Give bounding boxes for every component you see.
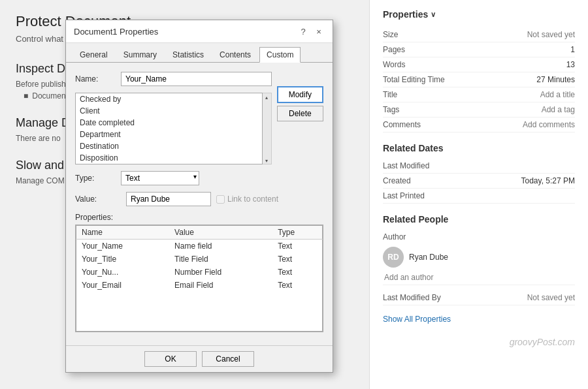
value-label: Value: [75, 194, 121, 204]
comments-value: Add comments [523, 120, 575, 129]
dialog-footer: OK Cancel [66, 345, 333, 372]
related-dates-header: Related Dates [383, 143, 575, 153]
watermark: groovyPost.com [383, 337, 575, 347]
pages-label: Pages [383, 45, 455, 54]
tab-statistics[interactable]: Statistics [165, 47, 211, 62]
listbox-scrollbar[interactable]: ▴ ▾ [263, 93, 272, 164]
type-select[interactable]: Text Date Number Yes or No [121, 171, 199, 185]
row-type: Text [272, 279, 322, 292]
tab-summary[interactable]: Summary [116, 47, 164, 62]
pages-value: 1 [570, 45, 575, 54]
created-value: Today, 5:27 PM [521, 176, 576, 185]
table-row-empty [76, 292, 323, 331]
show-all-properties-link[interactable]: Show All Properties [383, 315, 575, 324]
link-to-content-checkbox[interactable] [216, 195, 225, 204]
name-section: Name: Checked by Client Date completed D… [75, 72, 323, 164]
properties-dialog: Document1 Properties ? × General Summary… [65, 20, 333, 373]
tab-contents[interactable]: Contents [212, 47, 258, 62]
last-modified-label: Last Modified [383, 161, 455, 170]
type-select-wrapper: Text Date Number Yes or No [121, 171, 199, 185]
link-to-content-label: Link to content [216, 194, 278, 204]
name-listbox[interactable]: Checked by Client Date completed Departm… [75, 93, 263, 164]
author-row: RD Ryan Dube [383, 247, 448, 268]
delete-button[interactable]: Delete [277, 106, 323, 121]
last-printed-label: Last Printed [383, 191, 455, 200]
tab-general[interactable]: General [73, 47, 115, 62]
props-table-container: Name Value Type Your_Name Name field Tex… [75, 225, 323, 332]
prop-last-printed: Last Printed [383, 189, 575, 204]
prop-comments[interactable]: Comments Add comments [383, 117, 575, 132]
row-value: Email Field [169, 279, 272, 292]
prop-title[interactable]: Title Add a title [383, 87, 575, 102]
related-dates-rows: Last Modified Created Today, 5:27 PM Las… [383, 159, 575, 204]
row-value: Number Field [169, 266, 272, 279]
add-author-link[interactable]: Add an author [384, 273, 433, 282]
tab-custom[interactable]: Custom [259, 47, 301, 63]
dialog-close-button[interactable]: × [313, 25, 325, 37]
table-row[interactable]: Your_Nu... Number Field Text [76, 266, 323, 279]
list-item[interactable]: Disposition [76, 152, 262, 164]
row-name: Your_Title [76, 253, 170, 266]
dialog-help-button[interactable]: ? [297, 25, 309, 37]
prop-tags[interactable]: Tags Add a tag [383, 102, 575, 117]
row-type: Text [272, 240, 322, 253]
prop-created: Created Today, 5:27 PM [383, 174, 575, 189]
related-people-header: Related People [383, 214, 575, 225]
col-value-header: Value [169, 226, 272, 240]
prop-last-modified-by: Last Modified By Not saved yet [383, 290, 575, 305]
right-panel: Properties ∨ Size Not saved yet Pages 1 … [369, 0, 588, 389]
size-label: Size [383, 30, 455, 39]
author-name: Ryan Dube [409, 253, 448, 262]
name-field-row: Name: [75, 72, 272, 86]
listbox-wrapper: Checked by Client Date completed Departm… [75, 93, 272, 164]
editing-time-value: 27 Minutes [536, 75, 575, 84]
title-value: Add a title [540, 90, 575, 99]
author-label: Author [383, 232, 455, 241]
props-table-section: Properties: Name Value Type Your [75, 213, 323, 332]
properties-panel-header: Properties ∨ [383, 9, 575, 20]
list-item[interactable]: Destination [76, 140, 262, 152]
table-row[interactable]: Your_Title Title Field Text [76, 253, 323, 266]
row-type: Text [272, 253, 322, 266]
list-item[interactable]: Department [76, 129, 262, 140]
value-field-row: Value: Link to content [75, 192, 323, 206]
table-row[interactable]: Your_Name Name field Text [76, 240, 323, 253]
properties-table: Name Value Type Your_Name Name field Tex… [76, 225, 323, 332]
last-modified-by-value: Not saved yet [527, 293, 575, 302]
name-left: Name: Checked by Client Date completed D… [75, 72, 272, 164]
properties-label: Properties: [75, 213, 323, 222]
prop-author: Author RD Ryan Dube Add an author [383, 230, 575, 285]
cancel-button[interactable]: Cancel [202, 351, 254, 367]
name-label: Name: [75, 74, 121, 84]
prop-words: Words 13 [383, 57, 575, 72]
type-label: Type: [75, 174, 121, 183]
prop-pages: Pages 1 [383, 42, 575, 57]
ok-button[interactable]: OK [144, 351, 197, 367]
size-value: Not saved yet [527, 30, 575, 39]
row-name: Your_Name [76, 240, 170, 253]
prop-editing-time: Total Editing Time 27 Minutes [383, 72, 575, 87]
tags-value: Add a tag [542, 105, 575, 114]
list-item[interactable]: Date completed [76, 117, 262, 129]
type-field-row: Type: Text Date Number Yes or No [75, 171, 323, 185]
avatar-initials: RD [387, 253, 399, 262]
list-item[interactable]: Checked by [76, 93, 262, 105]
avatar: RD [383, 247, 404, 268]
properties-chevron-icon: ∨ [431, 10, 436, 19]
table-row[interactable]: Your_Email Email Field Text [76, 279, 323, 292]
value-input[interactable] [126, 192, 211, 206]
row-name: Your_Nu... [76, 266, 170, 279]
dialog-titlebar: Document1 Properties ? × [66, 20, 333, 43]
properties-rows: Size Not saved yet Pages 1 Words 13 Tota… [383, 27, 575, 132]
name-buttons: Modify Delete [277, 72, 323, 164]
title-label: Title [383, 90, 455, 99]
editing-time-label: Total Editing Time [383, 75, 455, 84]
row-value: Name field [169, 240, 272, 253]
prop-last-modified: Last Modified [383, 159, 575, 174]
name-input[interactable] [121, 72, 272, 86]
list-item[interactable]: Client [76, 105, 262, 117]
modify-button[interactable]: Modify [277, 86, 323, 103]
row-value: Title Field [169, 253, 272, 266]
dialog-body: Name: Checked by Client Date completed D… [66, 63, 333, 345]
words-label: Words [383, 60, 455, 69]
